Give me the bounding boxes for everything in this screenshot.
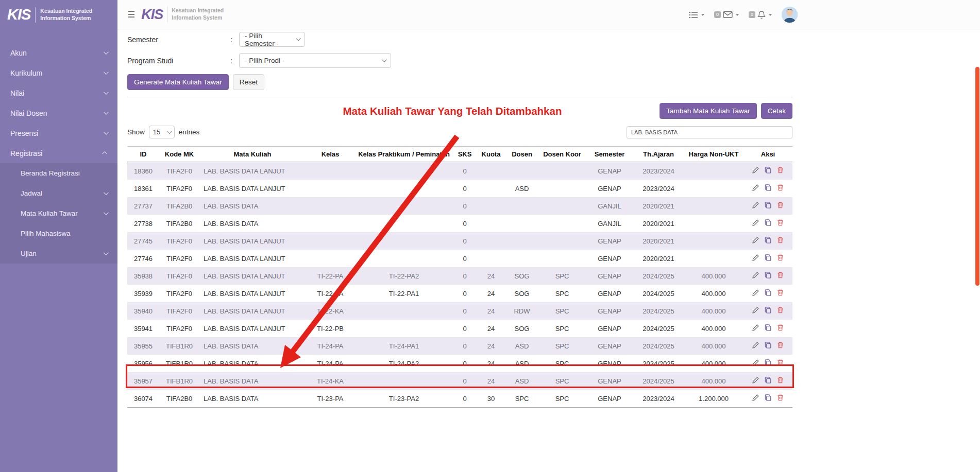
delete-icon[interactable]: [776, 394, 784, 403]
delete-icon[interactable]: [776, 254, 784, 263]
delete-icon[interactable]: [776, 341, 784, 351]
copy-icon[interactable]: [764, 236, 772, 246]
cell-sks: 0: [453, 302, 477, 320]
sidebar-item-jadwal[interactable]: Jadwal: [0, 183, 117, 203]
notifications-menu[interactable]: 0: [749, 10, 772, 20]
delete-icon[interactable]: [776, 201, 784, 211]
delete-icon[interactable]: [776, 219, 784, 228]
page-size-select[interactable]: 15: [149, 126, 175, 138]
cell-kode-mk: TIFA2B0: [159, 197, 199, 215]
prodi-select[interactable]: - Pilih Prodi -: [239, 53, 391, 68]
cell-kuota: 24: [477, 320, 505, 337]
edit-icon[interactable]: [752, 236, 759, 246]
cetak-button[interactable]: Cetak: [761, 103, 792, 119]
sidebar-item-kurikulum[interactable]: Kurikulum: [0, 63, 117, 83]
chevron-down-icon: [104, 190, 109, 195]
generate-button[interactable]: Generate Mata Kuliah Tawar: [127, 74, 229, 90]
edit-icon[interactable]: [752, 166, 759, 176]
delete-icon[interactable]: [776, 236, 784, 246]
col-dosen-koor[interactable]: Dosen Koor: [538, 147, 586, 162]
sidebar-item-mata-kuliah-tawar[interactable]: Mata Kuliah Tawar: [0, 203, 117, 223]
edit-icon[interactable]: [752, 271, 759, 281]
edit-icon[interactable]: [752, 359, 759, 368]
cell-semester: GENAP: [586, 232, 633, 250]
col-semester[interactable]: Semester: [586, 147, 633, 162]
sidebar-item-akun[interactable]: Akun: [0, 43, 117, 63]
delete-icon[interactable]: [776, 324, 784, 333]
delete-icon[interactable]: [776, 359, 784, 368]
envelope-icon: [723, 11, 733, 19]
col-dosen[interactable]: Dosen: [505, 147, 538, 162]
edit-icon[interactable]: [752, 254, 759, 263]
copy-icon[interactable]: [764, 306, 772, 316]
edit-icon[interactable]: [752, 289, 759, 298]
col-kuota[interactable]: Kuota: [477, 147, 505, 162]
edit-icon[interactable]: [752, 201, 759, 211]
col-kelas[interactable]: Kelas: [306, 147, 355, 162]
chevron-down-icon: [104, 90, 109, 95]
copy-icon[interactable]: [764, 341, 772, 351]
edit-icon[interactable]: [752, 376, 759, 386]
sidebar-item-label: Nilai: [10, 89, 24, 97]
cell-harga: 400.000: [684, 320, 744, 337]
delete-icon[interactable]: [776, 271, 784, 281]
cell-semester: GENAP: [586, 337, 633, 355]
copy-icon[interactable]: [764, 289, 772, 298]
sidebar-item-presensi[interactable]: Presensi: [0, 123, 117, 143]
hamburger-icon[interactable]: ☰: [127, 9, 135, 20]
copy-icon[interactable]: [764, 219, 772, 228]
reset-button[interactable]: Reset: [233, 74, 264, 90]
search-input[interactable]: [627, 126, 792, 138]
edit-icon[interactable]: [752, 324, 759, 333]
avatar[interactable]: [782, 7, 798, 23]
delete-icon[interactable]: [776, 166, 784, 176]
col-th-ajaran[interactable]: Th.Ajaran: [633, 147, 684, 162]
col-mata-kuliah[interactable]: Mata Kuliah: [199, 147, 306, 162]
delete-icon[interactable]: [776, 306, 784, 316]
col-harga-non-ukt[interactable]: Harga Non-UKT: [684, 147, 744, 162]
sidebar-item-ujian[interactable]: Ujian: [0, 243, 117, 264]
tasks-menu[interactable]: [689, 11, 704, 19]
col-aksi: Aksi: [744, 147, 792, 162]
sidebar-item-nilai-dosen[interactable]: Nilai Dosen: [0, 103, 117, 123]
edit-icon[interactable]: [752, 184, 759, 193]
copy-icon[interactable]: [764, 271, 772, 281]
table-body: 18360 TIFA2F0 LAB. BASIS DATA LANJUT 0 G…: [127, 162, 792, 408]
brand-divider: [35, 7, 36, 23]
copy-icon[interactable]: [764, 201, 772, 211]
copy-icon[interactable]: [764, 394, 772, 403]
copy-icon[interactable]: [764, 184, 772, 193]
scrollbar-thumb[interactable]: [975, 67, 979, 286]
copy-icon[interactable]: [764, 254, 772, 263]
sidebar-item-beranda-registrasi[interactable]: Beranda Registrasi: [0, 163, 117, 183]
col-kelas-praktikum[interactable]: Kelas Praktikum / Peminatan: [355, 147, 453, 162]
edit-icon[interactable]: [752, 306, 759, 316]
delete-icon[interactable]: [776, 184, 784, 193]
messages-menu[interactable]: 0: [714, 11, 739, 19]
sidebar-item-nilai[interactable]: Nilai: [0, 83, 117, 103]
copy-icon[interactable]: [764, 324, 772, 333]
col-kode-mk[interactable]: Kode MK: [159, 147, 199, 162]
edit-icon[interactable]: [752, 219, 759, 228]
delete-icon[interactable]: [776, 376, 784, 386]
edit-icon[interactable]: [752, 394, 759, 403]
cell-aksi: [744, 390, 792, 408]
cell-aksi: [744, 285, 792, 302]
cell-kuota: 24: [477, 372, 505, 390]
copy-icon[interactable]: [764, 166, 772, 176]
cell-sks: 0: [453, 197, 477, 215]
copy-icon[interactable]: [764, 376, 772, 386]
cell-harga: [684, 197, 744, 215]
sidebar-item-registrasi[interactable]: Registrasi: [0, 143, 117, 163]
col-id[interactable]: ID: [127, 147, 159, 162]
semester-select[interactable]: - Pilih Semester -: [239, 32, 305, 47]
tambah-button[interactable]: Tambah Mata Kuliah Tawar: [660, 103, 757, 119]
sidebar-item-pilih-mahasiswa[interactable]: Pilih Mahasiswa: [0, 223, 117, 243]
edit-icon[interactable]: [752, 341, 759, 351]
cell-aksi: [744, 180, 792, 197]
cell-id: 35940: [127, 302, 159, 320]
copy-icon[interactable]: [764, 359, 772, 368]
col-sks[interactable]: SKS: [453, 147, 477, 162]
delete-icon[interactable]: [776, 289, 784, 298]
cell-kode-mk: TIFB1R0: [159, 355, 199, 372]
